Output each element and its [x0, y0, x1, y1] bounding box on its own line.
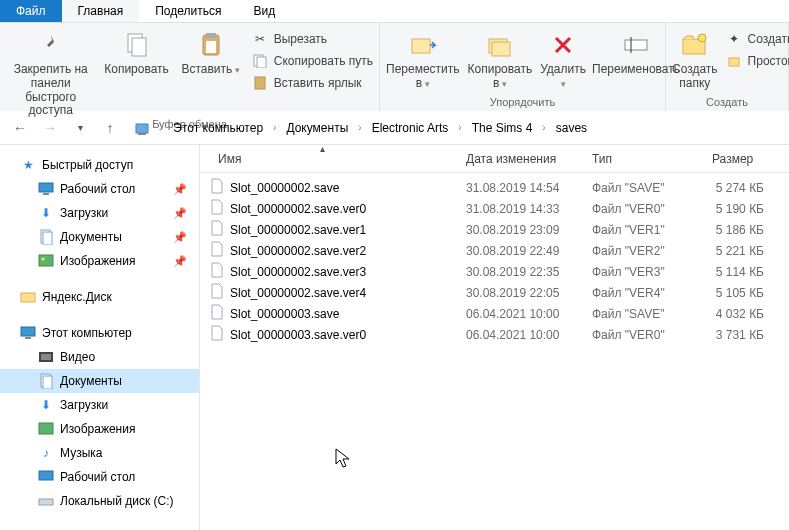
- cut-button[interactable]: ✂ Вырезать: [252, 31, 373, 47]
- svg-rect-28: [41, 354, 51, 360]
- download-icon: ⬇: [38, 205, 54, 221]
- sidebar-item-this-pc[interactable]: Этот компьютер: [0, 321, 199, 345]
- svg-rect-33: [39, 499, 53, 505]
- file-type: Файл "VER0": [582, 328, 702, 342]
- sidebar-item-documents-pc[interactable]: Документы: [0, 369, 199, 393]
- file-size: 5 221 КБ: [702, 244, 782, 258]
- file-row[interactable]: Slot_00000002.save.ver130.08.2019 23:09Ф…: [200, 219, 789, 240]
- column-header-date[interactable]: Дата изменения: [456, 152, 582, 166]
- svg-rect-30: [43, 376, 52, 389]
- move-to-icon: [407, 29, 439, 61]
- back-button[interactable]: ←: [8, 116, 32, 140]
- tab-file[interactable]: Файл: [0, 0, 62, 22]
- navigation-pane: ★ Быстрый доступ Рабочий стол📌 ⬇ Загрузк…: [0, 145, 200, 530]
- pin-icon: 📌: [173, 183, 187, 196]
- file-date: 30.08.2019 22:35: [456, 265, 582, 279]
- chevron-right-icon[interactable]: ›: [158, 122, 165, 133]
- file-name: Slot_00000002.save.ver3: [200, 262, 456, 281]
- easy-access-button[interactable]: Простой: [726, 53, 789, 69]
- column-header-name[interactable]: Имя: [200, 152, 456, 166]
- sidebar-item-documents[interactable]: Документы📌: [0, 225, 199, 249]
- chevron-right-icon[interactable]: ›: [540, 122, 547, 133]
- copy-path-button[interactable]: Скопировать путь: [252, 53, 373, 69]
- file-date: 30.08.2019 23:09: [456, 223, 582, 237]
- svg-point-14: [698, 34, 706, 42]
- svg-rect-1: [132, 38, 146, 56]
- column-header-size[interactable]: Размер: [702, 152, 782, 166]
- move-to-button[interactable]: Переместить в: [386, 27, 460, 91]
- star-icon: ★: [20, 157, 36, 173]
- column-header-type[interactable]: Тип: [582, 152, 702, 166]
- pictures-icon: [38, 421, 54, 437]
- chevron-right-icon[interactable]: ›: [356, 122, 363, 133]
- file-row[interactable]: Slot_00000002.save.ver430.08.2019 22:05Ф…: [200, 282, 789, 303]
- copy-to-icon: [484, 29, 516, 61]
- file-type: Файл "SAVE": [582, 181, 702, 195]
- sidebar-item-videos[interactable]: Видео: [0, 345, 199, 369]
- chevron-right-icon[interactable]: ›: [271, 122, 278, 133]
- recent-locations-button[interactable]: ▾: [68, 116, 92, 140]
- up-button[interactable]: ↑: [98, 116, 122, 140]
- svg-rect-7: [255, 77, 265, 89]
- breadcrumb-item-0[interactable]: Этот компьютер: [167, 116, 269, 140]
- download-icon: ⬇: [38, 397, 54, 413]
- file-row[interactable]: Slot_00000003.save06.04.2021 10:00Файл "…: [200, 303, 789, 324]
- new-folder-button[interactable]: Создать папку: [672, 27, 718, 91]
- videos-icon: [38, 349, 54, 365]
- breadcrumb-item-4[interactable]: saves: [550, 116, 593, 140]
- forward-button[interactable]: →: [38, 116, 62, 140]
- drive-icon: [38, 493, 54, 509]
- svg-rect-32: [39, 471, 53, 480]
- paste-button[interactable]: Вставить: [178, 27, 244, 77]
- file-type: Файл "SAVE": [582, 307, 702, 321]
- breadcrumb-item-3[interactable]: The Sims 4: [466, 116, 539, 140]
- breadcrumb-root-icon[interactable]: [128, 116, 156, 140]
- file-row[interactable]: Slot_00000002.save.ver031.08.2019 14:33Ф…: [200, 198, 789, 219]
- file-name: Slot_00000003.save: [200, 304, 456, 323]
- tab-home[interactable]: Главная: [62, 0, 140, 22]
- paste-shortcut-button[interactable]: Вставить ярлык: [252, 75, 373, 91]
- svg-rect-6: [257, 57, 266, 68]
- svg-rect-15: [729, 58, 739, 66]
- file-row[interactable]: Slot_00000002.save.ver230.08.2019 22:49Ф…: [200, 240, 789, 261]
- file-row[interactable]: Slot_00000003.save.ver006.04.2021 10:00Ф…: [200, 324, 789, 345]
- file-date: 06.04.2021 10:00: [456, 328, 582, 342]
- svg-rect-25: [21, 327, 35, 336]
- copy-to-button[interactable]: Копировать в: [468, 27, 533, 91]
- file-row[interactable]: Slot_00000002.save.ver330.08.2019 22:35Ф…: [200, 261, 789, 282]
- tab-view[interactable]: Вид: [237, 0, 291, 22]
- file-icon: [210, 220, 224, 239]
- file-name: Slot_00000002.save.ver1: [200, 220, 456, 239]
- paste-shortcut-icon: [252, 75, 268, 91]
- file-type: Файл "VER1": [582, 223, 702, 237]
- sidebar-item-desktop[interactable]: Рабочий стол📌: [0, 177, 199, 201]
- sidebar-item-yandex[interactable]: Яндекс.Диск: [0, 285, 199, 309]
- copy-button[interactable]: Копировать: [103, 27, 169, 77]
- sidebar-item-local-c[interactable]: Локальный диск (C:): [0, 489, 199, 513]
- tab-share[interactable]: Поделиться: [139, 0, 237, 22]
- pin-to-quick-access-button[interactable]: Закрепить на панели быстрого доступа: [6, 27, 95, 118]
- breadcrumb-item-1[interactable]: Документы: [280, 116, 354, 140]
- sort-asc-icon: ▴: [320, 143, 325, 154]
- sidebar-item-downloads[interactable]: ⬇ Загрузки📌: [0, 201, 199, 225]
- svg-rect-26: [25, 337, 31, 339]
- breadcrumb-item-2[interactable]: Electronic Arts: [366, 116, 455, 140]
- sidebar-item-downloads-pc[interactable]: ⬇ Загрузки: [0, 393, 199, 417]
- sidebar-item-quick-access[interactable]: ★ Быстрый доступ: [0, 153, 199, 177]
- new-item-button[interactable]: ✦ Создать э: [726, 31, 789, 47]
- pin-icon: [35, 29, 67, 61]
- delete-icon: [547, 29, 579, 61]
- delete-button[interactable]: Удалить: [540, 27, 586, 91]
- sidebar-item-pictures-pc[interactable]: Изображения: [0, 417, 199, 441]
- file-icon: [210, 283, 224, 302]
- column-headers: ▴ Имя Дата изменения Тип Размер: [200, 145, 789, 173]
- file-row[interactable]: Slot_00000002.save31.08.2019 14:54Файл "…: [200, 177, 789, 198]
- sidebar-item-music[interactable]: ♪ Музыка: [0, 441, 199, 465]
- file-name: Slot_00000002.save.ver4: [200, 283, 456, 302]
- sidebar-item-desktop-pc[interactable]: Рабочий стол: [0, 465, 199, 489]
- sidebar-item-pictures[interactable]: Изображения📌: [0, 249, 199, 273]
- file-type: Файл "VER2": [582, 244, 702, 258]
- copy-icon: [121, 29, 153, 61]
- chevron-right-icon[interactable]: ›: [456, 122, 463, 133]
- svg-rect-19: [43, 193, 49, 195]
